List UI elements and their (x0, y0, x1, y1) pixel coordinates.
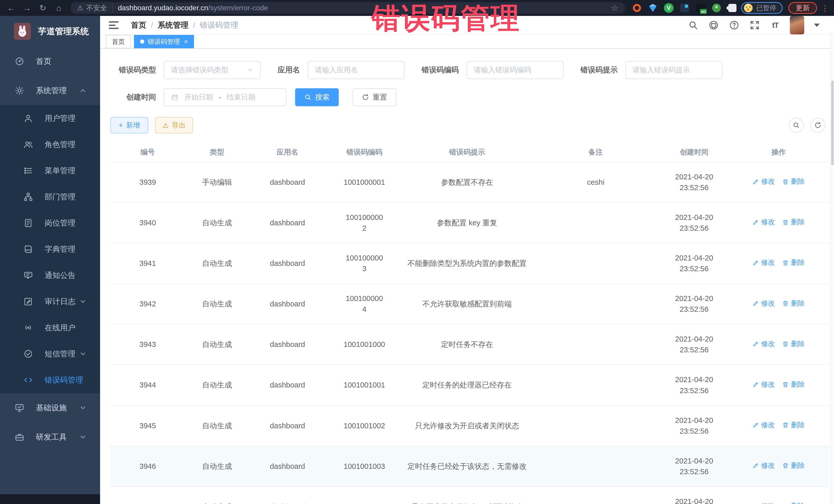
extension-green-icon[interactable]: V (664, 3, 674, 13)
browser-update-button[interactable]: 更新 (788, 2, 817, 14)
close-icon[interactable]: × (184, 38, 188, 46)
sidebar-item-error-code-management[interactable]: 错误码管理 (0, 367, 100, 393)
tree-icon (23, 191, 34, 202)
hamburger-icon[interactable] (109, 21, 119, 30)
row-time: 2021-04-20 23:52:56 (660, 243, 728, 284)
row-actions: 修改删除 (728, 446, 829, 486)
fullscreen-icon[interactable] (749, 19, 761, 31)
edit-link[interactable]: 修改 (752, 217, 775, 227)
edit-link[interactable]: 修改 (752, 420, 775, 430)
security-chip[interactable]: ⚠ 不安全 (77, 3, 113, 13)
edit-link[interactable]: 修改 (752, 299, 775, 308)
browser-profile-chip[interactable]: 已暂停 (741, 2, 783, 14)
row-actions: 修改删除 (728, 284, 829, 324)
bookmark-star-icon[interactable]: ☆ (611, 3, 618, 13)
sidebar-item-notice-announcement[interactable]: 通知公告 (0, 262, 100, 288)
export-button[interactable]: 导出 (155, 117, 193, 133)
delete-link[interactable]: 删除 (782, 461, 805, 470)
warning-icon: ⚠ (77, 4, 83, 12)
app-title: 芋道管理系统 (38, 26, 89, 37)
row-msg: 只允许修改为开启或者关闭状态 (403, 406, 531, 446)
search-icon[interactable] (687, 19, 699, 31)
sidebar-item-audit-log[interactable]: 审计日志 (0, 288, 100, 314)
error-code-input[interactable]: 请输入错误码编码 (466, 61, 564, 79)
avatar-caret-icon[interactable] (814, 24, 820, 27)
sidebar-item-user-management[interactable]: 用户管理 (0, 105, 100, 131)
app-name-input[interactable]: 请输入应用名 (308, 61, 405, 79)
delete-link[interactable]: 删除 (782, 258, 805, 268)
edit-link[interactable]: 修改 (752, 461, 775, 470)
sidebar-item-post-management[interactable]: 岗位管理 (0, 210, 100, 236)
show-search-toggle-icon[interactable] (789, 118, 804, 133)
github-icon[interactable] (708, 19, 720, 31)
sidebar-item-menu-management[interactable]: 菜单管理 (0, 158, 100, 184)
logo-row[interactable]: 芋道管理系统 (0, 16, 100, 47)
browser-back-icon[interactable]: ← (4, 2, 19, 14)
row-app: dashboard (249, 202, 326, 243)
delete-link[interactable]: 删除 (782, 501, 805, 504)
refresh-icon[interactable] (810, 118, 825, 133)
window-scrollbar[interactable] (830, 32, 834, 504)
error-hint-input[interactable]: 请输入错误码提示 (626, 61, 722, 79)
row-type: 手动编辑 (185, 162, 249, 202)
font-size-icon[interactable]: tT (769, 19, 781, 31)
table-row: 3943自动生成dashboard1001001000定时任务不存在2021-0… (110, 324, 829, 365)
sidebar-item-online-users[interactable]: 在线用户 (0, 314, 100, 341)
browser-reload-icon[interactable]: ↻ (36, 2, 50, 14)
breadcrumb-separator: / (151, 21, 153, 29)
calendar-icon (171, 93, 179, 101)
tab-错误码管理[interactable]: 错误码管理× (134, 35, 194, 48)
row-time: 2021-04-20 23:52:56 (660, 284, 728, 324)
sidebar-item-dev-tools[interactable]: 研发工具 (0, 422, 100, 452)
add-button[interactable]: + 新增 (110, 117, 148, 133)
edit-link[interactable]: 修改 (752, 501, 775, 504)
extension-puzzle-icon[interactable] (727, 3, 738, 13)
delete-link[interactable]: 删除 (782, 299, 805, 308)
row-actions: 修改删除 (728, 162, 829, 202)
sidebar-item-infrastructure[interactable]: 基础设施 (0, 393, 100, 422)
sidebar-item-system-management[interactable]: 系统管理 (0, 76, 100, 105)
extension-on-badge-icon[interactable]: on (696, 3, 706, 13)
sidebar-item-role-management[interactable]: 角色管理 (0, 131, 100, 158)
extension-key-icon[interactable] (711, 3, 722, 13)
breadcrumb-item[interactable]: 系统管理 (158, 20, 188, 30)
extension-gem-icon[interactable] (648, 3, 658, 13)
tab-首页[interactable]: 首页 (106, 35, 131, 48)
row-app: dashboard (249, 365, 326, 405)
search-button[interactable]: 搜索 (295, 88, 339, 106)
sidebar-item-sms-management[interactable]: 短信管理 (0, 341, 100, 367)
edit-link[interactable]: 修改 (752, 258, 775, 268)
extension-ubuntu-icon[interactable] (632, 3, 642, 13)
delete-link[interactable]: 删除 (782, 379, 805, 390)
sidebar-item-home[interactable]: 首页 (0, 47, 100, 76)
delete-link[interactable]: 删除 (782, 420, 805, 430)
reset-button[interactable]: 重置 (353, 88, 396, 106)
sidebar-item-dict-management[interactable]: 字典管理 (0, 236, 100, 262)
sidebar-collapse-bar[interactable] (0, 494, 100, 504)
app-name-label: 应用名 (278, 65, 300, 75)
browser-home-icon[interactable]: ⌂ (51, 2, 66, 14)
delete-link[interactable]: 删除 (782, 339, 805, 349)
date-range-input[interactable]: 开始日期 - 结束日期 (164, 88, 286, 106)
row-app: dashboard (249, 486, 326, 504)
logo-rabbit-image (14, 23, 31, 40)
sidebar-item-dept-management[interactable]: 部门管理 (0, 184, 100, 210)
extension-squares-icon[interactable] (680, 3, 690, 13)
delete-link[interactable]: 删除 (782, 217, 805, 227)
browser-forward-icon[interactable]: → (20, 2, 35, 14)
error-code-type-select[interactable]: 请选择错误码类型 (164, 61, 261, 79)
badge-icon (23, 217, 34, 229)
browser-menu-kebab-icon[interactable]: ⋮ (821, 4, 829, 13)
help-icon[interactable] (728, 19, 740, 31)
delete-link[interactable]: 删除 (782, 177, 805, 187)
breadcrumb-item[interactable]: 首页 (131, 20, 146, 30)
row-msg: 只有开启状态的任务，才可以修改 (403, 486, 531, 504)
user-avatar[interactable] (790, 16, 804, 35)
row-type: 自动生成 (185, 365, 249, 405)
edit-link[interactable]: 修改 (752, 339, 775, 349)
error-code-table: 编号类型应用名错误码编码错误码提示备注创建时间操作 3939手动编辑dashbo… (110, 143, 829, 504)
scrollbar-thumb[interactable] (831, 81, 834, 165)
edit-link[interactable]: 修改 (752, 177, 775, 187)
address-bar[interactable]: ⚠ 不安全 dashboard.yudao.iocoder.cn /system… (70, 2, 625, 14)
edit-link[interactable]: 修改 (752, 379, 775, 390)
